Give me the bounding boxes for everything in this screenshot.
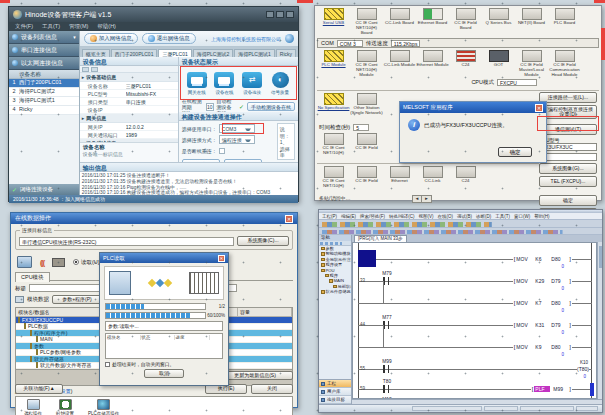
coexistence-route-item[interactable]: CC-Link [416, 166, 449, 194]
device-row[interactable]: 4Ricky [9, 106, 79, 115]
auto-detect-check-icon[interactable]: ✓ [239, 103, 244, 110]
join-network-button[interactable]: 加入网络信息 [84, 33, 138, 44]
pc-interface-item[interactable]: Q Series Bus [482, 8, 515, 36]
plc-interface-item[interactable]: GOT [482, 50, 515, 78]
device-tab[interactable]: 海得PLC测试2 [193, 49, 234, 57]
menu-item[interactable]: 工具(T) [495, 214, 510, 219]
device-tab[interactable]: 海得PLC测试1 [234, 49, 275, 57]
contact[interactable]: M77 [375, 315, 399, 331]
coil[interactable]: (T80) [577, 365, 589, 373]
menu-item[interactable]: 窗口(W) [514, 214, 530, 219]
related-function[interactable]: 时钟设置 [56, 399, 74, 415]
plc-interface-item[interactable]: CC-Link Module [383, 50, 416, 78]
menu-item[interactable]: 诊断(D) [476, 214, 491, 219]
other-station-item[interactable]: No Specification [317, 93, 350, 121]
sort-category-icon[interactable] [82, 67, 89, 72]
scrollbar-thumb[interactable] [599, 246, 602, 268]
plc-interface-item[interactable]: PLC Module [317, 50, 350, 78]
instruction[interactable]: [MOVK6D80] [513, 255, 572, 263]
property-row[interactable]: 设备IP [80, 106, 178, 114]
pc-interface-item[interactable]: PLC Board [548, 8, 581, 36]
other-station-item[interactable]: Other Station (Single Network) [350, 93, 383, 121]
manual-detect-button[interactable]: 手动检测设备在线 [247, 102, 295, 111]
sidebar-section[interactable]: 以太网连接信息 [9, 57, 79, 70]
coexistence-route-item[interactable]: CC IE Cont NET/10(H) [317, 166, 350, 194]
tel-button[interactable]: TEL (FXCPU)... [539, 176, 597, 187]
sidebar-section[interactable]: 串口连接信息 [9, 44, 79, 57]
menu-item[interactable]: 工具(T) [42, 23, 60, 30]
property-row[interactable]: 设备名称三菱PLC01 [80, 82, 178, 90]
pc-interface-item[interactable]: NET(II) Board [515, 8, 548, 36]
pc-interface-item[interactable]: Ethernet Board [416, 8, 449, 36]
menu-item[interactable]: 搜索/替换(F) [360, 214, 385, 219]
dialog-title-bar[interactable]: 在线数据操作 ✕ [11, 213, 297, 224]
menu-item[interactable]: 在线(O) [438, 214, 454, 219]
menu-item[interactable]: 帮助(H) [97, 23, 116, 30]
pc-interface-item[interactable]: CC-Link Board [383, 8, 416, 36]
progress-title-bar[interactable]: PLC读取 ✕ [100, 253, 228, 263]
nav-view-button[interactable]: 工程 [319, 380, 351, 388]
instruction[interactable]: [PLFM99] [531, 385, 572, 393]
com-port-field[interactable]: COM 3 [337, 40, 363, 47]
network-route-item[interactable]: CC IE Cont NET/10(H) [317, 133, 350, 161]
document-tab[interactable]: [PRG]写入 MAIN 33步 [354, 235, 407, 242]
dialog-close-icon[interactable]: ✕ [535, 104, 543, 112]
close-button[interactable]: 关闭 [251, 384, 293, 394]
toolbar-icons[interactable] [319, 220, 602, 228]
menu-item[interactable]: 编辑(E) [341, 214, 356, 219]
contact[interactable]: M99 [375, 359, 399, 375]
close-icon[interactable]: ✕ [285, 215, 293, 223]
pc-interface-item[interactable]: CC IE Cont NET/10(H) Board [350, 8, 383, 36]
contact[interactable]: T80 [375, 379, 399, 395]
plc-interface-item[interactable]: CC IE Field Communication Head Module [548, 50, 581, 78]
property-group[interactable]: ▸设备基础信息 [80, 73, 178, 82]
related-function[interactable]: 远程操作 [24, 399, 42, 415]
dialog-title-bar[interactable]: MELSOFT 应用程序 ✕ [400, 102, 546, 113]
property-row[interactable]: PLC型号Mitsubishi-FX [80, 90, 178, 98]
contact[interactable]: M12 [375, 397, 399, 399]
coexistence-route-item[interactable]: C24 [449, 166, 482, 194]
instruction[interactable]: [MOVK9D80] [513, 343, 572, 351]
nav-view-button[interactable]: 连接目标 [319, 396, 351, 404]
device-tab[interactable]: 西门子200PLC01 [111, 49, 158, 57]
network-route-item[interactable]: CC IE Field [350, 133, 383, 161]
parameter-program-button[interactable]: 参数+程序(P) [52, 295, 102, 304]
mode-select[interactable]: 编程连接 [219, 135, 255, 144]
speed-field[interactable]: 115.2Kbps [391, 40, 421, 47]
pager-right-icon[interactable]: ► [422, 196, 430, 202]
property-group[interactable]: ▸网关信息 [80, 114, 178, 123]
menu-item[interactable]: 转换/编译(C) [389, 214, 415, 219]
progress-close-icon[interactable]: ✕ [218, 255, 225, 262]
menu-item[interactable]: 文件(F) [15, 23, 33, 30]
pc-interface-item[interactable]: CC IE Field Board [449, 8, 482, 36]
sort-az-icon[interactable] [91, 67, 98, 72]
auto-close-checkbox[interactable] [105, 362, 110, 367]
related-function[interactable]: PLC存储器操作 [88, 399, 119, 415]
direct-connection-settings-button[interactable]: 可编程控制器直接连接设置(D) [539, 105, 597, 119]
system-image-button[interactable]: 系统图像(C)... [237, 236, 289, 246]
ok-button[interactable]: 确定 [539, 195, 597, 206]
port-select[interactable]: COM3 [219, 124, 255, 133]
check-time-field[interactable]: 5 [353, 124, 369, 131]
dialog-ok-button[interactable]: 确定 [498, 147, 532, 157]
sidebar-footer[interactable]: ✓ 网络连接设备 [9, 184, 79, 195]
property-row[interactable]: 网关IP12.0.0.2 [80, 123, 178, 131]
plc-interface-item[interactable]: CC IE Field Master/Local Module [515, 50, 548, 78]
device-row[interactable]: 2海得PLC测试2 [9, 88, 79, 97]
nav-view-button[interactable]: 用户库 [319, 388, 351, 396]
plc-interface-item[interactable]: C24 [449, 50, 482, 78]
device-tab[interactable]: 概览主页 [82, 49, 110, 57]
communication-test-button[interactable]: 通信测试(T) [539, 124, 597, 135]
nav-tree-item[interactable]: 软元件存储器 [319, 289, 351, 294]
plc-interface-item[interactable]: Ethernet Module [416, 50, 449, 78]
vertical-scrollbar[interactable] [597, 242, 602, 399]
cycle-value-field[interactable]: 10 [206, 103, 214, 111]
selected-cell[interactable] [358, 250, 376, 267]
menu-item[interactable]: 视图(V) [419, 214, 434, 219]
instruction[interactable]: [MOVK31D79] [513, 321, 572, 329]
instruction[interactable]: [MOVK29D79] [513, 277, 572, 285]
minimize-button[interactable] [266, 11, 274, 18]
device-tab[interactable]: Ricky [276, 49, 296, 57]
contact[interactable]: M79 [375, 271, 399, 287]
sidebar-section[interactable]: 设备列表信息▾ [9, 31, 79, 44]
